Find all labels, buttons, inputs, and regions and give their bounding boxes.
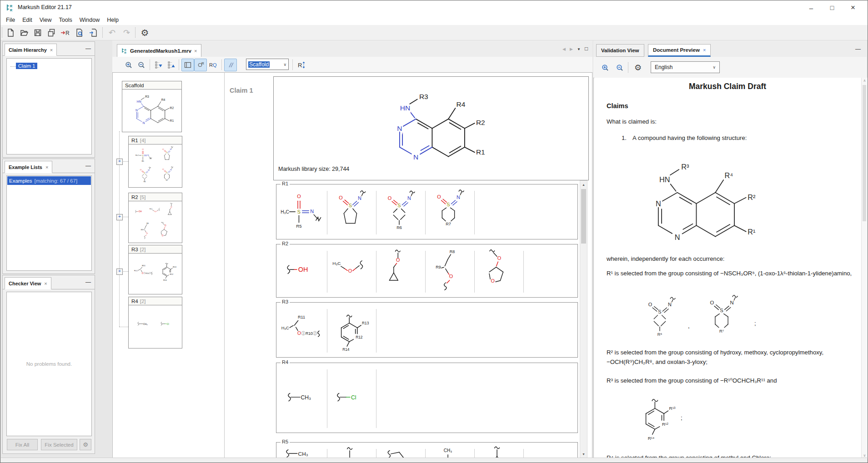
zoom-out-button[interactable] (135, 59, 148, 71)
r2-structure[interactable] (327, 246, 373, 295)
save-button[interactable] (31, 26, 44, 39)
menu-help[interactable]: Help (103, 16, 122, 24)
scaffold-canvas[interactable]: Markush library size: 29,744 (273, 76, 589, 180)
tab-scroll-right-icon[interactable]: ▶ (570, 47, 573, 51)
close-icon[interactable]: × (194, 48, 197, 54)
undo-button[interactable]: ↶ (106, 26, 118, 39)
settings-button[interactable]: ⚙ (139, 26, 151, 39)
scrollbar-thumb[interactable] (581, 189, 586, 244)
new-document-button[interactable] (4, 26, 16, 39)
fix-selected-button[interactable]: Fix Selected (41, 439, 77, 450)
example-lists-tab[interactable]: Example Lists × (5, 161, 52, 173)
menu-view[interactable]: View (36, 16, 55, 24)
close-icon[interactable]: × (45, 164, 48, 170)
expand-r1-button[interactable]: + (116, 159, 123, 165)
scaffold-structure[interactable] (378, 81, 491, 175)
r5-structure[interactable] (376, 444, 422, 458)
preview-zoom-out-button[interactable] (613, 61, 626, 74)
checker-settings-button[interactable]: ⚙ (80, 439, 91, 450)
document-preview-tab[interactable]: Document Preview × (648, 44, 711, 57)
zoom-in-button[interactable] (122, 59, 135, 71)
scaffold-thumbnail-structure[interactable] (125, 90, 179, 131)
r3-group-box[interactable]: R3[2] (128, 245, 182, 294)
r5-structure[interactable]: CH₃ (278, 444, 324, 458)
language-select[interactable]: English ∨ (651, 61, 720, 73)
scroll-up-icon[interactable]: ▲ (580, 181, 587, 188)
rgroup-scrollbar[interactable]: ▲ ▼ (580, 180, 587, 458)
menu-window[interactable]: Window (76, 16, 103, 24)
rgroup-range-button[interactable]: R (295, 59, 308, 71)
document-tab[interactable]: R R GeneratedMarkush1.mrv × (117, 44, 201, 57)
check-document-button[interactable] (73, 26, 85, 39)
preview-scrollbar[interactable]: ∧ ∨ (861, 78, 868, 458)
scroll-up-icon[interactable]: ∧ (862, 79, 868, 83)
menu-edit[interactable]: Edit (19, 16, 36, 24)
open-button[interactable] (18, 26, 30, 39)
r1-definition-row[interactable]: R1 (276, 184, 578, 239)
panel-minimize-icon[interactable]: — (85, 279, 91, 285)
window-minimize-button[interactable]: – (801, 0, 822, 15)
expand-all-button[interactable] (152, 59, 165, 71)
r3-structure[interactable] (327, 304, 374, 356)
r2-structure[interactable] (278, 246, 324, 295)
examples-list-row[interactable]: Examples [matching: 67 / 67] (7, 176, 91, 185)
claim-tree-node[interactable]: Claim 1 (16, 63, 37, 69)
r2-structure[interactable] (376, 246, 422, 295)
collapse-all-button[interactable] (165, 59, 178, 71)
show-panels-toggle[interactable] (181, 59, 194, 71)
expand-r2-button[interactable]: + (116, 214, 123, 220)
r1-structure[interactable] (376, 187, 422, 237)
r5-structure[interactable]: CH₃ (426, 444, 471, 458)
view-mode-select[interactable]: Scaffold ∨ (246, 59, 289, 70)
import-rgroups-button[interactable]: R (59, 26, 71, 39)
r1-structure[interactable] (426, 187, 471, 237)
panel-minimize-icon[interactable]: — (85, 45, 91, 52)
preview-zoom-in-button[interactable] (599, 61, 612, 74)
show-rgroup-toggle[interactable]: R (194, 59, 207, 71)
r1-structure[interactable] (278, 187, 324, 237)
panel-minimize-icon[interactable]: — (85, 163, 91, 169)
maximize-view-icon[interactable]: □ (585, 45, 588, 52)
window-maximize-button[interactable]: □ (822, 0, 843, 15)
r2-structure[interactable] (426, 246, 471, 295)
r4-structure[interactable] (278, 373, 324, 422)
menu-file[interactable]: File (2, 16, 19, 24)
scroll-down-icon[interactable]: ∨ (862, 453, 868, 458)
tab-list-dropdown-icon[interactable]: ▼ (577, 47, 581, 51)
window-close-button[interactable]: × (843, 0, 863, 15)
r2-definition-row[interactable]: R2 (276, 244, 578, 298)
fix-all-button[interactable]: Fix All (7, 439, 38, 450)
close-icon[interactable]: × (44, 281, 47, 286)
tab-scroll-left-icon[interactable]: ◀ (562, 47, 566, 51)
save-as-button[interactable] (45, 26, 57, 39)
menu-tools[interactable]: Tools (55, 16, 76, 24)
r5-structure[interactable] (327, 444, 373, 458)
r3-definition-row[interactable]: R3 (276, 302, 578, 358)
scaffold-box[interactable]: Scaffold (122, 81, 182, 132)
claim-hierarchy-tab[interactable]: Claim Hierarchy × (5, 44, 57, 56)
r5-structure[interactable] (475, 444, 520, 458)
r2-structure[interactable] (475, 246, 520, 295)
scroll-down-icon[interactable]: ▼ (580, 451, 587, 458)
checker-view-tab[interactable]: Checker View × (5, 277, 51, 289)
close-icon[interactable]: × (703, 47, 706, 53)
r2-group-box[interactable]: R2[5] (128, 193, 182, 243)
r4-definition-row[interactable]: R4 (276, 363, 578, 433)
pane-divider[interactable] (224, 72, 225, 458)
panel-minimize-icon[interactable]: — (855, 46, 861, 52)
validation-view-tab[interactable]: Validation View (596, 44, 644, 57)
export-document-button[interactable] (87, 26, 99, 39)
close-icon[interactable]: × (50, 47, 53, 53)
r4-group-box[interactable]: R4[2] (128, 297, 182, 348)
r3-structure[interactable] (276, 305, 326, 355)
preview-settings-button[interactable]: ⚙ (632, 61, 644, 74)
redo-button[interactable]: ↷ (120, 26, 133, 39)
r1-structure[interactable] (327, 187, 373, 237)
r4-structure[interactable] (327, 373, 373, 422)
r1-group-box[interactable]: R1[4] (128, 136, 182, 188)
r5-definition-row[interactable]: R5 CH₃ CH₃ (276, 442, 578, 458)
rq-button[interactable]: R Q (207, 59, 220, 71)
expand-r3-button[interactable]: + (116, 269, 123, 275)
hide-hydrogens-toggle[interactable] (224, 59, 237, 71)
scrollbar-thumb[interactable] (863, 85, 866, 221)
